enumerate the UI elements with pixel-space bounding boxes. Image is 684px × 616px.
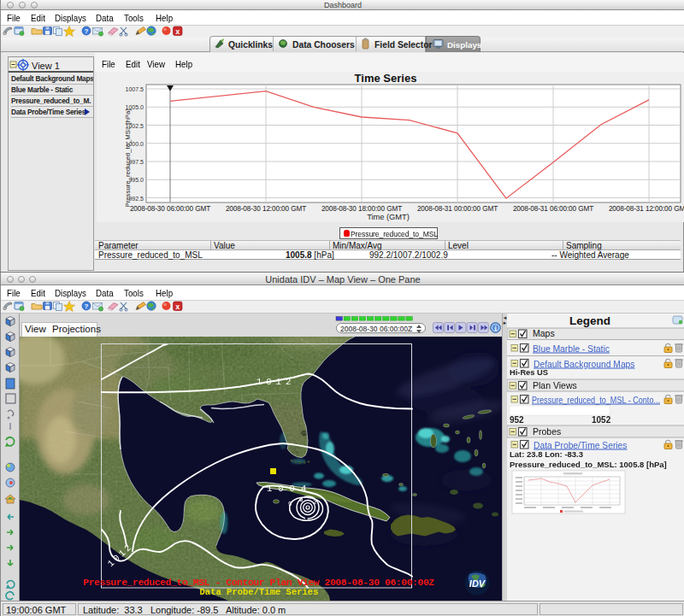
svg-text:2008-08-30 18:00:00 GMT: 2008-08-30 18:00:00 GMT (321, 205, 402, 213)
svg-text:2008-08-31 12:00:00 GMT: 2008-08-31 12:00:00 GMT (609, 205, 684, 213)
svg-text:Pressure_reduced_to_MSL: 1005.: Pressure_reduced_to_MSL: 1005.8 [hPa] (510, 460, 667, 469)
svg-text:9: 9 (288, 501, 292, 507)
svg-text:Data Probe/Time Series: Data Probe/Time Series (534, 441, 628, 450)
svg-text:Blue Marble - Static: Blue Marble - Static (533, 344, 610, 354)
svg-text:1012: 1012 (256, 377, 295, 387)
svg-text:1004: 1004 (267, 484, 312, 494)
svg-text:Probes: Probes (533, 426, 561, 437)
svg-text:2008-08-30 06:00:00 GMT: 2008-08-30 06:00:00 GMT (130, 205, 210, 213)
svg-text:x: x (175, 302, 180, 311)
svg-text:?: ? (85, 302, 89, 310)
svg-text:Hi-Res US: Hi-Res US (510, 368, 548, 377)
svg-text:2: 2 (313, 499, 317, 506)
svg-text:2008-08-31 06:00:00 GMT: 2008-08-31 06:00:00 GMT (513, 205, 593, 213)
svg-text:9: 9 (299, 496, 304, 503)
svg-text:2008-08-31 00:00:00 GMT: 2008-08-31 00:00:00 GMT (417, 205, 498, 213)
svg-text:Legend: Legend (569, 314, 610, 327)
svg-text:Plan Views: Plan Views (533, 380, 577, 390)
svg-text:Maps: Maps (533, 328, 555, 338)
svg-text:Data Probe/Time Series: Data Probe/Time Series (200, 587, 319, 597)
svg-text:?: ? (85, 27, 89, 35)
svg-text:IDV: IDV (469, 578, 486, 589)
svg-text:Pressure_reduced_to_MSL - Cont: Pressure_reduced_to_MSL - Conto... (532, 396, 660, 405)
svg-text:952: 952 (510, 415, 524, 425)
svg-text:Pressure_reduced_to_MSL [hPa]: Pressure_reduced_to_MSL [hPa] (124, 109, 132, 207)
svg-text:Time (GMT): Time (GMT) (367, 213, 410, 221)
svg-text:1007.5: 1007.5 (126, 86, 144, 92)
svg-text:1052: 1052 (592, 415, 611, 425)
svg-text:x: x (175, 27, 180, 36)
svg-text:Default Background Maps: Default Background Maps (534, 360, 634, 369)
svg-text:Lat: 23.8 Lon: -83.3: Lat: 23.8 Lon: -83.3 (510, 449, 583, 459)
svg-text:2008-08-30 12:00:00 GMT: 2008-08-30 12:00:00 GMT (226, 205, 306, 213)
